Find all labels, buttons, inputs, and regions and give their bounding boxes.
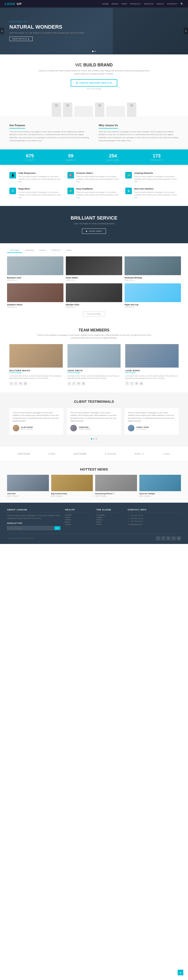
footer-about-text: There are many variations of passages of… bbox=[7, 514, 60, 520]
team-member-img-2 bbox=[67, 344, 121, 368]
service-title: BRILLIANT SERVICE bbox=[10, 215, 178, 221]
footer-link-mobile[interactable]: Mobile bbox=[96, 521, 123, 523]
nav-product[interactable]: Product bbox=[130, 3, 141, 5]
hero-prev-button[interactable]: ‹ bbox=[0, 28, 4, 34]
team-grid: WALTHER WHITE Product Manager Lorem ipsu… bbox=[10, 344, 178, 385]
purpose-left-title: Our Purpose bbox=[10, 124, 25, 129]
hero-next-button[interactable]: › bbox=[184, 28, 188, 34]
footer-facebook-icon[interactable]: f bbox=[156, 536, 160, 541]
load-more-button[interactable]: CLEAR MORE bbox=[83, 312, 105, 317]
build-brand-section: WE BUILD BRAND LookUp is a Responsive Mu… bbox=[0, 54, 188, 98]
search-icon[interactable]: 🔍 bbox=[180, 3, 183, 5]
facebook-icon-2[interactable]: f bbox=[67, 382, 71, 385]
portfolio-watermark: © bbox=[66, 256, 122, 275]
tab-advertising[interactable]: Advertising bbox=[22, 248, 37, 253]
feature-elements: ✨ Amazing Elements There are many variat… bbox=[125, 172, 178, 183]
news-item-4[interactable]: Seize the Twilight Editor / Designer bbox=[139, 475, 181, 497]
test-dot-1[interactable] bbox=[91, 438, 92, 439]
illus-person-1 bbox=[52, 102, 61, 116]
facebook-icon-3[interactable]: f bbox=[125, 382, 129, 385]
newsletter-input[interactable] bbox=[7, 526, 53, 530]
portfolio-item-2[interactable]: © Smart Watch PRINT/PH-11 bbox=[66, 256, 122, 281]
test-author-info-3: SANDY JOHN Co & Product bbox=[136, 426, 148, 430]
footer-link-lifestyle[interactable]: Lifestyle bbox=[65, 523, 92, 525]
footer-link-beauty[interactable]: Beauty bbox=[65, 521, 92, 523]
instagram-icon-2[interactable]: ig bbox=[82, 382, 85, 385]
hero-dot-1[interactable] bbox=[92, 51, 93, 52]
hero-read-button[interactable]: READ ARTICLE bbox=[10, 37, 33, 41]
purpose-right: Why choose Us There are many variations … bbox=[99, 124, 178, 142]
footer-link-nutrition[interactable]: Nutrition bbox=[65, 519, 92, 520]
nav-home[interactable]: Home bbox=[102, 3, 109, 5]
instagram-icon-1[interactable]: ig bbox=[24, 382, 27, 385]
news-grid: John Doe Editor / Designer Big Annette S… bbox=[7, 475, 181, 497]
footer-link-tech[interactable]: Technology bbox=[96, 514, 123, 516]
hero-content: Discovery of NATURAL WONDERS GETTING BAC… bbox=[10, 21, 85, 41]
linkedin-icon-2[interactable]: in bbox=[77, 382, 80, 385]
twitter-icon-2[interactable]: t bbox=[72, 382, 76, 385]
feature-install: ⚡ Easy Installation There are many varia… bbox=[67, 188, 121, 199]
nav-cart[interactable]: Cart bbox=[121, 3, 127, 5]
footer-linkedin-icon[interactable]: in bbox=[172, 536, 176, 541]
portfolio-section: Top Product Advertising Graphic Architec… bbox=[0, 243, 188, 321]
nav-ideas[interactable]: Ideas bbox=[112, 3, 119, 5]
footer-link-gadgets[interactable]: Gadgets bbox=[96, 517, 123, 518]
feature-megamenu-content: Mega-Menu There are many variations of p… bbox=[18, 188, 63, 199]
tab-architecture[interactable]: Architecture bbox=[48, 248, 63, 253]
footer-link-internet[interactable]: Internet bbox=[96, 523, 123, 525]
footer-link-fitness[interactable]: Fitness bbox=[65, 517, 92, 518]
cta-subtitle: Fine Tune & Design bbox=[19, 88, 169, 90]
test-dot-2[interactable] bbox=[93, 438, 95, 439]
linkedin-icon-1[interactable]: in bbox=[19, 382, 22, 385]
footer-youtube-icon[interactable]: ▶ bbox=[177, 536, 181, 541]
instagram-icon-3[interactable]: ig bbox=[139, 382, 143, 385]
portfolio-item-4[interactable]: Sneakers Shoes PRINT/PH-11 bbox=[7, 283, 63, 308]
nav-about[interactable]: About bbox=[156, 3, 164, 5]
brand-gotham: GOTHAM bbox=[74, 452, 87, 455]
team-member-1: WALTHER WHITE Product Manager Lorem ipsu… bbox=[10, 344, 63, 385]
facebook-icon-1[interactable]: f bbox=[10, 382, 13, 385]
footer-glosm-title: THE GLOSM bbox=[96, 509, 123, 512]
newsletter-submit-button[interactable]: GO bbox=[54, 526, 60, 530]
ui-icon: 🖥 bbox=[125, 188, 132, 194]
feature-responsive-content: Fully Responsive There are many variatio… bbox=[18, 172, 63, 183]
footer-health-title: HEALTH bbox=[65, 509, 92, 512]
news-img-4 bbox=[139, 475, 181, 491]
portfolio-item-1[interactable]: Business Card PRINT/PH-11 bbox=[7, 256, 63, 281]
portfolio-item-3[interactable]: Rucksack Mockup PRINT/PH-11 bbox=[125, 256, 181, 281]
portfolio-item-5[interactable]: Wooden Chair PRINT/PH-11 bbox=[66, 283, 122, 308]
portfolio-tabs: Top Product Advertising Graphic Architec… bbox=[7, 248, 181, 253]
show-video-button[interactable]: SHOW VIDEO bbox=[82, 229, 106, 234]
testimonials-grid: There are many variations of passages of… bbox=[10, 408, 178, 435]
news-item-3[interactable]: Introducing iPhone 7 Editor / Designer bbox=[95, 475, 137, 497]
footer-twitter-icon[interactable]: t bbox=[161, 536, 166, 541]
twitter-icon-1[interactable]: t bbox=[14, 382, 18, 385]
twitter-icon-3[interactable]: t bbox=[130, 382, 134, 385]
footer-link-gaming[interactable]: Gaming bbox=[96, 519, 123, 520]
linkedin-icon-3[interactable]: in bbox=[135, 382, 138, 385]
news-title: HOTTEST NEWS bbox=[7, 467, 181, 471]
responsive-icon: 📱 bbox=[10, 172, 16, 178]
test-dot-3[interactable] bbox=[96, 438, 97, 439]
logo-text: LOOK bbox=[5, 2, 16, 6]
tab-design[interactable]: Design bbox=[63, 248, 74, 253]
hero-dot-2[interactable] bbox=[95, 51, 96, 52]
news-item-1[interactable]: John Doe Editor / Designer bbox=[7, 475, 49, 497]
brand-brand: ⚜ BRAND bbox=[104, 453, 116, 455]
footer-google-icon[interactable]: g+ bbox=[166, 536, 170, 541]
megamenu-icon: ☰ bbox=[10, 188, 16, 194]
footer-about-title: ABOUT LOOKUB bbox=[7, 509, 60, 512]
newsletter-wrap: NEWSLETTER GO bbox=[7, 522, 60, 530]
nav-contact[interactable]: Contact bbox=[167, 3, 178, 5]
news-item-2[interactable]: Big Annette Song Editor / Designer bbox=[51, 475, 93, 497]
portfolio-item-6[interactable]: Paper Hot Cup PRINT/PH-11 bbox=[125, 283, 181, 308]
brand-dtbr: DTBR bbox=[48, 453, 55, 455]
team-subtitle: There are many variations of passages of… bbox=[35, 334, 153, 339]
news-img-1 bbox=[7, 475, 49, 491]
create-website-button[interactable]: CREATE AWESOME WEB SITE bbox=[71, 79, 117, 87]
tab-graphic[interactable]: Graphic bbox=[37, 248, 48, 253]
stat-clients: 675 CLIENTS bbox=[25, 153, 35, 161]
tab-top-product[interactable]: Top Product bbox=[7, 248, 22, 253]
nav-service[interactable]: Service bbox=[144, 3, 154, 5]
footer-link-wellness[interactable]: Wellness bbox=[65, 514, 92, 516]
